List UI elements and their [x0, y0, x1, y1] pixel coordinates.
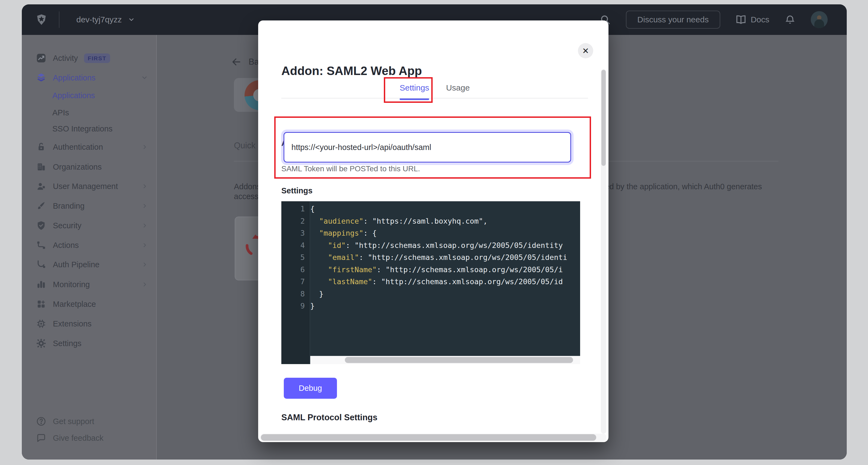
tabs-divider	[281, 98, 588, 98]
sidebar-item-label: Settings	[53, 339, 82, 348]
sidebar-item-apis[interactable]: APIs	[22, 105, 156, 120]
modal-vscrollbar-track[interactable]	[601, 69, 606, 434]
addon-saml2-modal: Addon: SAML2 Web App ✕ Settings Usage Ap…	[258, 21, 609, 442]
chevron-down-icon	[141, 74, 148, 81]
sidebar-item-actions[interactable]: Actions	[22, 237, 156, 253]
sidebar-item-label: Actions	[53, 241, 79, 250]
annotation-box-callback-url	[274, 116, 591, 179]
tab-usage[interactable]: Usage	[446, 78, 470, 98]
chevron-right-icon	[142, 242, 148, 249]
chevron-down-icon	[128, 16, 135, 23]
sidebar-item-label: Applications	[53, 74, 95, 82]
sidebar-item-label: APIs	[52, 108, 69, 117]
settings-json-editor[interactable]: 12 34 56 78 9 { "audience": "https://sam…	[281, 201, 580, 364]
modal-tabs: Settings Usage	[281, 78, 588, 98]
chevron-right-icon	[142, 203, 148, 209]
tab-label: Usage	[446, 83, 470, 92]
settings-section-label: Settings	[281, 186, 312, 195]
sidebar-item-auth-pipeline[interactable]: Auth Pipeline	[22, 257, 156, 272]
docs-label: Docs	[751, 15, 769, 24]
chevron-right-icon	[142, 183, 148, 190]
close-icon[interactable]: ✕	[578, 43, 593, 58]
sidebar-item-user-management[interactable]: User Management	[22, 179, 156, 194]
user-gear-icon	[36, 181, 46, 192]
pipeline-icon	[36, 259, 46, 270]
chevron-right-icon	[142, 222, 148, 229]
sidebar-item-applications[interactable]: Applications	[22, 70, 156, 85]
saml-protocol-settings-heading: SAML Protocol Settings	[281, 413, 378, 423]
sidebar-item-give-feedback[interactable]: Give feedback	[22, 430, 156, 446]
editor-hscrollbar-thumb[interactable]	[345, 357, 573, 363]
sidebar-item-label: Monitoring	[53, 280, 90, 289]
sidebar-item-label: Extensions	[53, 319, 92, 328]
addons-paragraph-fragment: access	[234, 192, 258, 201]
sidebar-item-label: Organizations	[53, 163, 102, 172]
lock-icon	[36, 142, 46, 152]
sidebar-item-security[interactable]: Security	[22, 218, 156, 233]
discuss-label: Discuss your needs	[638, 15, 709, 24]
sidebar-item-label: Get support	[53, 417, 94, 426]
sidebar-item-applications-sub[interactable]: Applications	[22, 88, 156, 103]
bar-chart-icon	[36, 279, 46, 290]
paintbrush-icon	[36, 201, 46, 211]
sidebar-item-label: User Management	[53, 182, 118, 191]
sidebar-item-label: Applications	[52, 91, 95, 100]
gear-icon	[36, 338, 46, 349]
modal-vscrollbar-thumb[interactable]	[601, 70, 606, 166]
chip-icon	[36, 319, 46, 329]
tenant-switcher[interactable]: dev-tyj7qyzz	[76, 4, 135, 35]
chevron-right-icon	[142, 261, 148, 268]
sidebar-item-label: Authentication	[53, 143, 103, 152]
marketplace-icon	[36, 299, 46, 309]
sidebar-item-monitoring[interactable]: Monitoring	[22, 277, 156, 292]
chat-bubble-icon	[36, 433, 46, 443]
editor-code: { "audience": "https://saml.boxyhq.com",…	[310, 203, 580, 312]
sidebar-item-label: Activity	[53, 54, 78, 63]
modal-hscrollbar-track[interactable]	[260, 434, 606, 441]
sidebar-item-authentication[interactable]: Authentication	[22, 139, 156, 155]
editor-hscrollbar-track[interactable]	[310, 356, 580, 364]
building-icon	[36, 162, 46, 172]
notifications-bell-icon[interactable]	[784, 14, 796, 25]
chevron-right-icon	[142, 144, 148, 150]
sidebar-item-label: Give feedback	[53, 434, 103, 443]
addons-paragraph-fragment: Addons	[234, 182, 260, 191]
chevron-right-icon	[142, 281, 148, 288]
modal-hscrollbar-thumb[interactable]	[261, 434, 596, 441]
annotation-box-settings-tab	[384, 77, 433, 103]
screenshot-root: dev-tyj7qyzz Discuss your needs Docs	[0, 0, 868, 465]
sidebar-item-organizations[interactable]: Organizations	[22, 159, 156, 175]
editor-line-numbers: 12 34 56 78 9	[281, 203, 305, 312]
question-circle-icon	[36, 416, 46, 427]
topbar-divider	[59, 11, 59, 28]
book-icon	[736, 14, 746, 25]
sidebar-item-marketplace[interactable]: Marketplace	[22, 296, 156, 312]
sidebar-item-label: Security	[53, 221, 82, 230]
sidebar-item-extensions[interactable]: Extensions	[22, 316, 156, 331]
tenant-name: dev-tyj7qyzz	[76, 15, 122, 24]
auth0-logo-icon	[35, 13, 48, 26]
sidebar-item-branding[interactable]: Branding	[22, 198, 156, 213]
sidebar-item-activity[interactable]: Activity FIRST	[22, 51, 156, 66]
shield-check-icon	[36, 221, 46, 231]
sidebar-item-get-support[interactable]: Get support	[22, 414, 156, 429]
layers-icon	[36, 72, 46, 83]
sidebar-item-label: Auth Pipeline	[53, 260, 99, 269]
modal-title: Addon: SAML2 Web App	[281, 64, 422, 78]
addons-paragraph-fragment: ed by the application, which Auth0 gener…	[605, 182, 762, 191]
docs-link[interactable]: Docs	[736, 14, 769, 25]
user-avatar[interactable]	[811, 11, 828, 28]
flow-icon	[36, 240, 46, 250]
debug-button[interactable]: Debug	[284, 378, 337, 399]
discuss-your-needs-button[interactable]: Discuss your needs	[626, 11, 720, 29]
arrow-left-icon	[231, 57, 242, 67]
sidebar-item-sso-integrations[interactable]: SSO Integrations	[22, 121, 156, 136]
sidebar-item-label: Marketplace	[53, 300, 96, 309]
sidebar-nav: Activity FIRST Applications Applications…	[22, 35, 157, 460]
first-badge: FIRST	[84, 54, 110, 63]
sidebar-item-settings[interactable]: Settings	[22, 336, 156, 351]
sidebar-item-label: SSO Integrations	[52, 124, 113, 134]
sidebar-item-label: Branding	[53, 202, 85, 210]
activity-chart-icon	[36, 53, 46, 63]
